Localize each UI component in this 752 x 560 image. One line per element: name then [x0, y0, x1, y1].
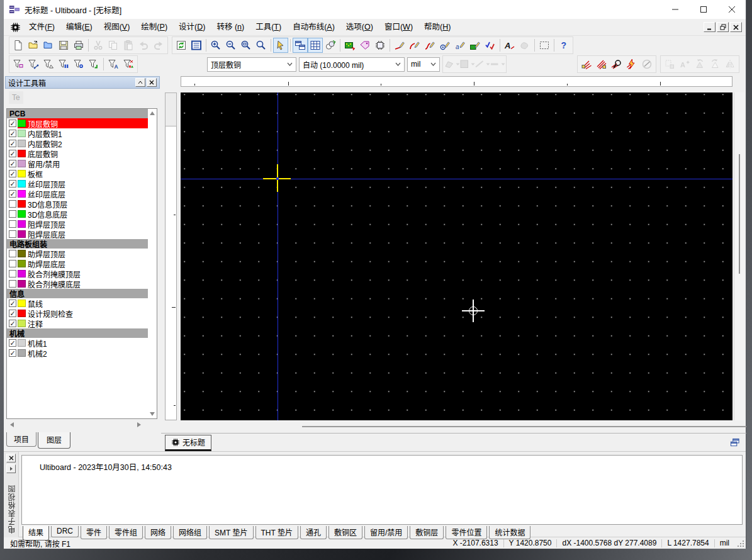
layer-row-body[interactable]: 底层敷铜 [18, 148, 148, 159]
layer-row[interactable]: ✓内层敷铜1 [7, 128, 148, 138]
layer-row[interactable]: 胶合剂掩膜底层 [7, 279, 148, 289]
layer-row[interactable]: ✓顶层敷铜 [7, 118, 148, 128]
place-via-button[interactable] [437, 38, 452, 53]
layer-visibility-checkbox[interactable] [9, 260, 16, 267]
filter-parts-button[interactable] [11, 57, 26, 72]
layer-select[interactable]: 顶层敷铜 [207, 57, 296, 72]
toolbox-collapse-button[interactable] [135, 78, 145, 87]
zoom-window-button[interactable] [239, 38, 254, 53]
open-recent-button[interactable] [26, 38, 41, 53]
cascade-windows-icon[interactable] [730, 438, 740, 447]
unit-select[interactable]: mil [407, 57, 440, 72]
grid-toggle-button[interactable] [308, 38, 323, 53]
net-wizard-button[interactable] [357, 38, 373, 53]
sheet-tab[interactable]: 通孔 [300, 526, 327, 539]
canvas-vertical-scrollbar[interactable] [734, 92, 744, 420]
layer-row[interactable]: ✓板框 [7, 169, 148, 179]
layer-row-body[interactable]: 阻焊层底层 [18, 229, 148, 239]
layer-row[interactable]: ✓设计规则检查 [7, 308, 148, 318]
open-file-button[interactable] [41, 38, 56, 53]
spreadsheet-close-button[interactable] [6, 454, 16, 462]
menu-item-6[interactable]: 工具(T) [250, 19, 287, 35]
print-button[interactable] [71, 38, 86, 53]
layers-hscrollbar[interactable] [6, 420, 157, 429]
filter-copper-areas-button[interactable] [41, 57, 56, 72]
layer-row-body[interactable]: 注释 [18, 318, 148, 328]
menu-item-5[interactable]: 转移 (n) [211, 19, 250, 35]
menu-item-9[interactable]: 窗口(W) [379, 19, 418, 35]
layer-visibility-checkbox[interactable]: ✓ [9, 339, 16, 347]
full-redraw-button[interactable] [174, 38, 189, 53]
layer-row[interactable]: ✓鼠线 [7, 298, 148, 308]
layer-visibility-checkbox[interactable]: ✓ [9, 170, 16, 177]
layer-visibility-checkbox[interactable]: ✓ [9, 140, 16, 147]
menu-item-2[interactable]: 视图(V) [98, 19, 136, 35]
filter-smt-pads-button[interactable] [56, 57, 71, 72]
sheet-tab[interactable]: 留用/禁用 [364, 526, 408, 539]
layer-row-body[interactable]: 胶合剂掩膜顶层 [18, 269, 148, 279]
menu-item-0[interactable]: 文件(F) [23, 19, 60, 35]
layer-row[interactable]: 胶合剂掩膜顶层 [7, 269, 148, 279]
board-wizard-button[interactable] [342, 38, 357, 53]
select-tool-button[interactable] [273, 38, 288, 53]
text-tool-button[interactable]: A [502, 38, 517, 53]
sheet-tab[interactable]: SMT 垫片 [209, 526, 253, 539]
layer-visibility-checkbox[interactable] [9, 250, 16, 257]
resize-grip-icon[interactable] [737, 540, 744, 547]
layer-row-body[interactable]: 内层敷铜2 [18, 138, 148, 148]
scroll-down-icon[interactable] [150, 412, 155, 416]
menu-item-4[interactable]: 设计(D) [173, 19, 211, 35]
menu-item-1[interactable]: 编辑(E) [60, 19, 98, 35]
sheet-tab[interactable]: 结果 [23, 526, 49, 540]
layer-row[interactable]: 助焊层顶层 [7, 249, 148, 259]
layer-row-body[interactable]: 留用/禁用 [18, 159, 148, 169]
new-file-button[interactable] [11, 38, 26, 53]
layer-visibility-checkbox[interactable]: ✓ [9, 310, 16, 317]
toolbox-tab-项目[interactable]: 项目 [6, 432, 36, 447]
vscroll-thumb[interactable] [739, 154, 740, 274]
fast-swap-button[interactable] [624, 57, 639, 72]
layer-visibility-checkbox[interactable]: ✓ [9, 300, 16, 307]
layer-row-body[interactable]: 板框 [18, 169, 148, 179]
layer-visibility-checkbox[interactable] [9, 280, 16, 288]
filter-visibility-button[interactable] [121, 57, 136, 72]
layer-row-body[interactable]: 设计规则检查 [18, 308, 148, 318]
spreadsheet-expand-button[interactable] [6, 464, 16, 473]
scroll-right-icon[interactable] [137, 422, 141, 427]
layer-row-body[interactable]: 机械1 [18, 338, 148, 348]
layer-row[interactable]: ✓注释 [7, 318, 148, 328]
layer-visibility-checkbox[interactable]: ✓ [9, 130, 16, 137]
layer-row-body[interactable]: 阻焊层顶层 [18, 219, 148, 229]
layer-row-body[interactable]: 机械2 [18, 348, 148, 358]
zoom-out-button[interactable] [223, 38, 239, 53]
layer-row-body[interactable]: 3D信息底层 [18, 209, 148, 219]
layer-visibility-checkbox[interactable]: ✓ [9, 160, 16, 167]
birds-eye-button[interactable] [323, 38, 338, 53]
place-copper-area-button[interactable] [468, 38, 483, 53]
layer-row[interactable]: 助焊层底层 [7, 259, 148, 269]
layer-row-body[interactable]: 鼠线 [18, 298, 148, 308]
place-text-button[interactable]: a [452, 38, 468, 53]
layer-visibility-checkbox[interactable]: ✓ [9, 120, 16, 127]
filter-vias-button[interactable] [86, 57, 101, 72]
mdi-minimize-button[interactable] [704, 22, 716, 32]
layer-visibility-checkbox[interactable] [9, 270, 16, 277]
layer-row-body[interactable]: 丝印层顶层 [18, 179, 148, 189]
window-maximize-button[interactable] [689, 0, 717, 19]
in-place-edit-button[interactable]: Te [9, 91, 23, 104]
mdi-restore-button[interactable] [717, 22, 729, 32]
layer-row[interactable]: 阻焊层顶层 [7, 219, 148, 229]
sheet-tab[interactable]: 零件组 [109, 526, 143, 539]
sheet-tab[interactable]: 网络 [145, 526, 171, 539]
layer-row[interactable]: ✓丝印层顶层 [7, 179, 148, 189]
place-line-button[interactable] [392, 38, 407, 53]
menu-item-3[interactable]: 绘制(P) [135, 19, 173, 35]
filter-traces-button[interactable] [26, 57, 41, 72]
layer-visibility-checkbox[interactable]: ✓ [9, 190, 16, 198]
filter-text-button[interactable]: A [106, 57, 121, 72]
sheet-tab[interactable]: DRC [51, 526, 79, 537]
grid-select[interactable]: 自动 (10.0000 mil) [299, 57, 405, 72]
place-arc-button[interactable] [407, 38, 422, 53]
layer-row[interactable]: ✓内层敷铜2 [7, 138, 148, 148]
layer-visibility-checkbox[interactable] [9, 210, 16, 218]
